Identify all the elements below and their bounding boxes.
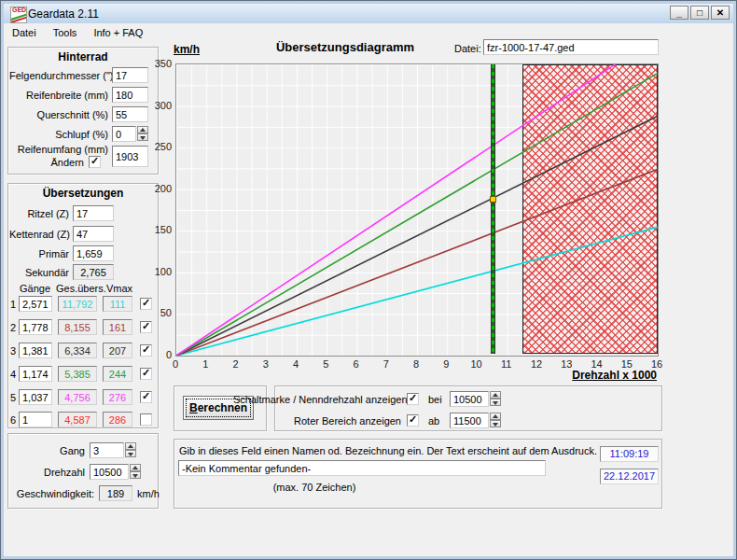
speed-unit-label: km/h bbox=[137, 488, 160, 499]
primaer-label: Primär bbox=[9, 248, 69, 259]
gear-line-3 bbox=[176, 116, 658, 356]
felgendurchmesser-label: Felgendurchmesser (") bbox=[9, 70, 108, 81]
drehzahl-field[interactable] bbox=[90, 464, 129, 480]
shift-marker-line bbox=[491, 64, 495, 354]
x-tick-3: 3 bbox=[257, 358, 275, 370]
gear-ratio-field[interactable] bbox=[19, 366, 52, 382]
gear-ratio-field[interactable] bbox=[19, 389, 52, 405]
gear-visible-checkbox[interactable] bbox=[140, 321, 152, 333]
gear-lines bbox=[176, 64, 658, 356]
schaltmarke-checkbox[interactable] bbox=[407, 393, 419, 405]
y-tick-350: 350 bbox=[142, 58, 172, 69]
x-tick-0: 0 bbox=[166, 358, 185, 370]
gear-ratio-field[interactable] bbox=[19, 296, 52, 312]
gear-vmax-field bbox=[103, 389, 132, 405]
clock-time: 11:09:19 bbox=[600, 446, 659, 462]
menu-item-datei[interactable]: Datei bbox=[4, 25, 45, 40]
drehzahl-label: Drehzahl bbox=[9, 467, 85, 478]
app-window: GED Geardata 2.11 _ □ ✕ DateiToolsInfo +… bbox=[0, 0, 737, 560]
uebersetzungen-title: Übersetzungen bbox=[8, 187, 158, 200]
gear-visible-checkbox[interactable] bbox=[140, 368, 152, 380]
y-tick-200: 200 bbox=[142, 183, 172, 194]
schaltmarke-rpm-field[interactable] bbox=[450, 391, 489, 407]
gear-line-4 bbox=[176, 73, 658, 356]
current-speed-dot bbox=[490, 196, 496, 203]
file-name-field[interactable] bbox=[483, 39, 659, 55]
gear-num: 4 bbox=[10, 369, 16, 380]
x-tick-4: 4 bbox=[286, 358, 305, 370]
y-tick-50: 50 bbox=[142, 307, 172, 318]
gang-label: Gang bbox=[9, 445, 85, 456]
gear-visible-checkbox[interactable] bbox=[140, 413, 152, 426]
roter-bereich-rpm-stepper[interactable] bbox=[490, 413, 501, 428]
bei-label: bei bbox=[428, 394, 442, 405]
y-tick-300: 300 bbox=[142, 100, 172, 111]
gear-total-field bbox=[58, 366, 97, 382]
schaltmarke-rpm-stepper[interactable] bbox=[490, 391, 501, 407]
ritzel-field[interactable] bbox=[73, 205, 114, 221]
gang-stepper[interactable] bbox=[125, 442, 136, 458]
x-tick-2: 2 bbox=[227, 358, 245, 370]
kettenrad-label: Kettenrad (Z) bbox=[9, 229, 69, 240]
felgendurchmesser-field[interactable] bbox=[112, 67, 148, 83]
gear-vmax-field bbox=[103, 366, 132, 382]
col-gaenge: Gänge bbox=[20, 283, 50, 294]
titlebar: GED Geardata 2.11 bbox=[4, 4, 733, 23]
x-tick-11: 11 bbox=[497, 358, 516, 370]
menu-item-tools[interactable]: Tools bbox=[45, 25, 86, 40]
aendern-label: Ändern bbox=[9, 157, 84, 168]
gear-vmax-field bbox=[103, 343, 132, 358]
gear-vmax-field bbox=[103, 296, 132, 312]
schlupf-field[interactable] bbox=[112, 126, 136, 142]
primaer-field[interactable] bbox=[73, 245, 114, 261]
reifenumfang-label: Reifenumfang (mm) bbox=[9, 144, 108, 155]
ritzel-label: Ritzel (Z) bbox=[9, 208, 69, 219]
gear-line-2 bbox=[176, 169, 658, 356]
gear-ratio-field[interactable] bbox=[19, 412, 52, 427]
menu-item-info-faq[interactable]: Info + FAQ bbox=[85, 25, 151, 40]
roter-bereich-label: Roter Bereich anzeigen bbox=[233, 415, 401, 427]
x-axis-label: Drehzahl x 1000 bbox=[521, 369, 657, 382]
sekundaer-field bbox=[73, 264, 114, 280]
schaltmarke-label: Schaltmarke / Nenndrehzahl anzeigen bbox=[233, 394, 401, 405]
gear-visible-checkbox[interactable] bbox=[140, 391, 152, 403]
y-tick-100: 100 bbox=[142, 266, 172, 277]
x-tick-5: 5 bbox=[316, 358, 335, 370]
clock-date: 22.12.2017 bbox=[600, 469, 659, 484]
drehzahl-stepper[interactable] bbox=[130, 464, 141, 480]
maximize-icon[interactable]: □ bbox=[690, 6, 709, 20]
hinterrad-title: Hinterrad bbox=[8, 50, 158, 63]
gear-num: 5 bbox=[10, 392, 16, 403]
minimize-icon[interactable]: _ bbox=[670, 6, 688, 20]
gear-num: 1 bbox=[10, 299, 16, 310]
schlupf-label: Schlupf (%) bbox=[9, 129, 108, 140]
y-axis-unit-label: km/h bbox=[174, 43, 200, 56]
file-label: Datei: bbox=[454, 43, 481, 54]
gear-total-field bbox=[58, 319, 97, 335]
kettenrad-field[interactable] bbox=[73, 226, 114, 242]
close-icon[interactable]: ✕ bbox=[711, 6, 730, 20]
x-tick-6: 6 bbox=[347, 358, 366, 370]
chart-title: Übersetzungsdiagramm bbox=[238, 40, 452, 54]
x-tick-10: 10 bbox=[467, 358, 486, 370]
aendern-checkbox[interactable] bbox=[89, 156, 101, 168]
gang-field[interactable] bbox=[90, 442, 124, 458]
schlupf-stepper[interactable] bbox=[137, 126, 148, 142]
comment-hint: Gib in dieses Feld einen Namen od. Bezei… bbox=[179, 445, 597, 456]
roter-bereich-rpm-field[interactable] bbox=[450, 413, 489, 428]
gear-vmax-field bbox=[103, 412, 132, 427]
gear-ratio-field[interactable] bbox=[19, 343, 52, 358]
gear-ratio-field[interactable] bbox=[19, 319, 52, 335]
col-vmax: Vmax bbox=[106, 283, 132, 294]
roter-bereich-checkbox[interactable] bbox=[407, 414, 419, 427]
app-icon: GED bbox=[10, 7, 27, 23]
y-tick-150: 150 bbox=[142, 224, 172, 235]
window-title: Geardata 2.11 bbox=[28, 7, 99, 21]
reifenbreite-label: Reifenbreite (mm) bbox=[9, 90, 108, 101]
gear-num: 2 bbox=[10, 322, 16, 333]
querschnitt-label: Querschnitt (%) bbox=[9, 109, 108, 120]
gear-num: 3 bbox=[10, 345, 16, 357]
x-tick-7: 7 bbox=[377, 358, 396, 370]
max-chars-label: (max. 70 Zeichen) bbox=[258, 482, 370, 493]
comment-input[interactable] bbox=[178, 460, 546, 476]
